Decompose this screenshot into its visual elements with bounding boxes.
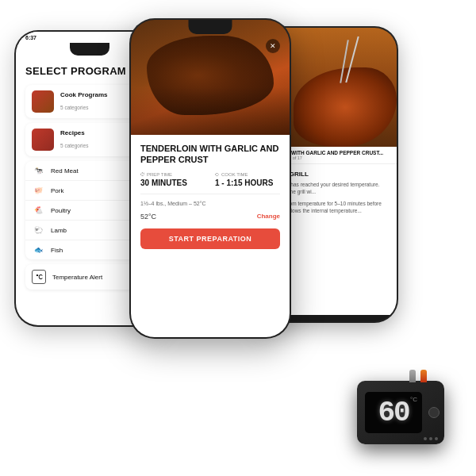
temperature-display: 60 [378,397,409,429]
cook-time-value: 1 - 1:15 HOURS [215,178,280,187]
device-side-button[interactable] [428,407,440,418]
device-body: 60 °C [357,381,444,444]
pork-icon: 🐖 [32,186,44,194]
recipe-weight: 1½–4 lbs., Medium – 52°C [140,201,280,206]
device-display: 60 °C [365,392,422,433]
dot-3 [435,437,438,440]
recipe-body: TENDERLOIN WITH GARLIC AND PEPPER CRUST … [131,135,290,337]
probe-connectors [409,370,427,382]
recipe-temp-row: 52°C Change [140,213,280,221]
recipes-label: Recipes [60,129,141,136]
clock2-icon: ⏲ [215,172,220,177]
clock-icon: ⏱ [140,172,145,177]
start-preparation-button[interactable]: START PREPARATION [140,228,280,249]
dot-1 [424,437,427,440]
recipe-title: TENDERLOIN WITH GARLIC AND PEPPER CRUST [140,143,280,166]
dot-2 [429,437,432,440]
device-indicator-dots [424,437,438,440]
recipes-sub: 5 categories [60,143,88,148]
recipes-thumb [32,129,54,151]
change-temp-button[interactable]: Change [257,213,280,220]
scene: 6:37 ▐▐▐ ≋ ⬡ SELECT PROGRAM Cook Program… [8,16,468,460]
phone-mid: ✕ TENDERLOIN WITH GARLIC AND PEPPER CRUS… [131,20,290,337]
probe-connector-2 [420,370,427,382]
prep-time-value: 30 MINUTES [140,178,205,187]
fish-icon: 🐟 [32,246,44,254]
cook-programs-sub: 5 categories [60,105,88,110]
cook-time-label: COOK TIME [221,172,248,177]
probe-connector-1 [409,370,416,382]
recipe-temp: 52°C [140,213,156,221]
cook-programs-label: Cook Programs [60,91,141,98]
recipe-times: ⏱ PREP TIME 30 MINUTES ⏲ COOK TIME 1 - 1… [140,172,280,194]
thermometer-device: 60 °C [357,381,444,444]
red-meat-icon: 🐄 [32,167,44,175]
poultry-icon: 🐔 [32,206,44,214]
recipe-hero-image [131,20,290,135]
cook-thumb [32,90,54,113]
cook-time-block: ⏲ COOK TIME 1 - 1:15 HOURS [215,172,280,187]
thermometer-icon: ℃ [32,270,46,284]
temperature-unit: °C [410,396,417,403]
prep-time-block: ⏱ PREP TIME 30 MINUTES [140,172,205,187]
lamb-icon: 🐑 [32,226,44,234]
time-left: 6:37 [25,35,36,41]
prep-time-label: PREP TIME [147,172,172,177]
notch-mid [189,20,232,34]
close-button[interactable]: ✕ [266,39,280,53]
